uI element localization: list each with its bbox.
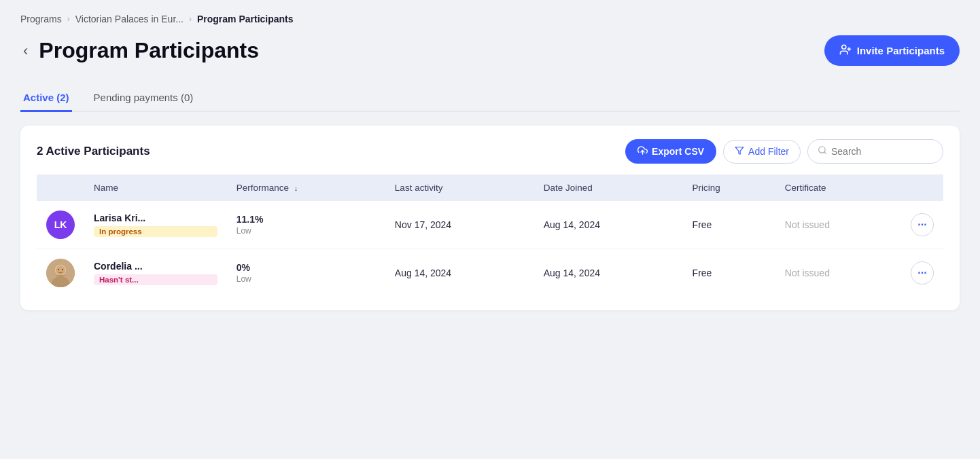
breadcrumb-sep-1: › [67,14,70,24]
last-activity-cell-1: Nov 17, 2024 [385,201,534,249]
tab-pending[interactable]: Pending payments (0) [91,85,196,112]
participant-info-2: Cordelia ... Hasn't st... [94,261,217,285]
invite-participants-button[interactable]: Invite Participants [824,35,960,66]
date-joined-cell-1: Aug 14, 2024 [534,201,683,249]
pricing-cell-1: Free [683,201,775,249]
name-cell-1: Larisa Kri... In progress [84,201,227,249]
status-badge-2: Hasn't st... [94,274,217,285]
export-csv-button[interactable]: Export CSV [625,139,716,164]
add-filter-button[interactable]: Add Filter [723,140,801,164]
col-performance[interactable]: Performance ↓ [227,175,385,201]
performance-info-2: 0% Low [237,262,376,284]
name-cell-2: Cordelia ... Hasn't st... [84,249,227,297]
filter-icon [735,146,744,158]
svg-line-6 [824,152,826,154]
participants-card: 2 Active Participants Export CSV [20,126,960,310]
table-row: Cordelia ... Hasn't st... 0% Low Aug 14,… [37,249,943,297]
svg-point-11 [58,269,59,270]
add-filter-label: Add Filter [748,146,789,157]
col-date-joined: Date Joined [534,175,683,201]
more-options-button-2[interactable]: ··· [911,261,934,284]
breadcrumb-program-name[interactable]: Victorian Palaces in Eur... [75,14,183,24]
col-certificate: Certificate [775,175,901,201]
col-pricing: Pricing [683,175,775,201]
actions-cell-1: ··· [901,201,943,249]
breadcrumb-sep-2: › [189,14,192,24]
performance-info-1: 11.1% Low [237,214,376,236]
search-icon [818,145,827,158]
certificate-cell-2: Not issued [775,249,901,297]
actions-cell-2: ··· [901,249,943,297]
breadcrumb-programs[interactable]: Programs [20,14,62,24]
perf-label-1: Low [237,226,376,236]
performance-cell-1: 11.1% Low [227,201,385,249]
card-toolbar: 2 Active Participants Export CSV [37,139,943,164]
col-last-activity: Last activity [385,175,534,201]
performance-cell-2: 0% Low [227,249,385,297]
participant-name-2: Cordelia ... [94,261,217,272]
perf-value-2: 0% [237,262,376,273]
avatar-cell-1: LK [37,201,84,249]
table-header-row: Name Performance ↓ Last activity Date Jo… [37,175,943,201]
col-name: Name [84,175,227,201]
tab-active[interactable]: Active (2) [20,85,72,112]
participants-table: Name Performance ↓ Last activity Date Jo… [37,175,943,297]
col-avatar [37,175,84,201]
col-actions [901,175,943,201]
last-activity-cell-2: Aug 14, 2024 [385,249,534,297]
tabs: Active (2) Pending payments (0) [20,85,960,112]
table-row: LK Larisa Kri... In progress 11.1% Low N… [37,201,943,249]
participant-name-1: Larisa Kri... [94,213,217,223]
avatar-cell-2 [37,249,84,297]
avatar-2 [46,259,75,287]
pricing-cell-2: Free [683,249,775,297]
svg-point-10 [56,265,65,275]
page-header: ‹ Program Participants Invite Participan… [20,35,960,66]
back-button[interactable]: ‹ [20,41,31,61]
participant-info-1: Larisa Kri... In progress [94,213,217,237]
toolbar-actions: Export CSV Add Filter [625,139,943,164]
search-box [807,139,943,164]
sort-arrow-icon: ↓ [294,184,298,192]
svg-point-0 [842,45,846,49]
invite-button-label: Invite Participants [857,45,945,56]
page-title-group: ‹ Program Participants [20,38,259,63]
breadcrumb-current: Program Participants [197,14,294,24]
perf-label-2: Low [237,274,376,284]
status-badge-1: In progress [94,226,217,237]
avatar-1: LK [46,210,75,239]
export-csv-label: Export CSV [652,146,704,157]
breadcrumb: Programs › Victorian Palaces in Eur... ›… [20,14,960,24]
upload-icon [637,145,648,158]
page-title: Program Participants [39,38,259,63]
card-title: 2 Active Participants [37,145,150,158]
svg-point-12 [62,269,63,270]
certificate-cell-1: Not issued [775,201,901,249]
user-plus-icon [839,43,852,58]
more-options-button-1[interactable]: ··· [911,213,934,236]
date-joined-cell-2: Aug 14, 2024 [534,249,683,297]
search-input[interactable] [831,146,920,157]
svg-marker-4 [735,147,743,154]
perf-value-1: 11.1% [237,214,376,225]
